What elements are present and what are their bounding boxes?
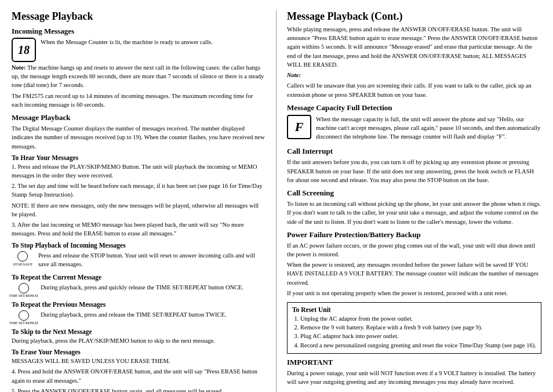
reset-step-1: Unplug the AC adaptor from the power out… [300, 314, 536, 323]
skip-text: During playback, press the PLAY/SKIP/MEM… [12, 336, 265, 345]
interrupt-heading: Call Interrupt [287, 147, 541, 156]
hear-item-2: 2. The set day and time will be heard be… [12, 182, 265, 199]
hear-item-4: 3. After the last incoming or MEMO messa… [12, 220, 265, 238]
note-label: Note: [12, 64, 26, 71]
capacity-f-icon: F [287, 115, 311, 139]
reset-box: To Reset Unit Unplug the AC adaptor from… [287, 302, 541, 354]
reset-step-3: Plug AC adaptor back into power outlet. [300, 332, 536, 340]
erase-step-1: 4. Press and hold the ANSWER ON/OFF/ERAS… [12, 367, 265, 384]
stop-button-icon: STOP/SAVE [12, 251, 34, 266]
screening-text: To listen to an incoming call without pi… [287, 199, 541, 226]
repeat-button-icon: TIME SET/REPEAT [12, 283, 36, 297]
capacity-heading: Message Capacity Full Detection [287, 103, 541, 112]
playback-text: The Digital Message Counter displays the… [12, 124, 265, 151]
repeat-heading: To Repeat the Current Message [12, 274, 265, 281]
playback-heading: Message Playback [12, 113, 265, 122]
incoming-section: 18 When the Message Counter is lit, the … [12, 38, 265, 63]
right-title: Message Playback (Cont.) [287, 10, 541, 23]
erase-heading: To Erase Your Messages [12, 349, 265, 355]
incoming-heading: Incoming Messages [12, 27, 265, 36]
interrupt-text: If the unit answers before you do, you c… [287, 158, 541, 184]
repeat-text: During playback, press and quickly relea… [41, 283, 243, 292]
reset-steps-list: Unplug the AC adaptor from the power out… [292, 314, 536, 350]
right-column: Message Playback (Cont.) While playing m… [276, 10, 541, 392]
right-note-label: Note: [287, 72, 301, 78]
reset-heading: To Reset Unit [292, 306, 536, 313]
stop-text: Press and release the STOP button. Your … [38, 251, 265, 268]
repeat-label: TIME SET/REPEAT [9, 294, 39, 297]
screening-heading: Call Screening [287, 188, 541, 198]
prev-button-icon: TIME SET/REPEAT [12, 310, 36, 325]
repeat-circle [19, 283, 29, 293]
reset-step-2: Remove the 9 volt battery. Replace with … [300, 323, 536, 332]
incoming-text: When the Message Counter is lit, the mac… [12, 38, 265, 46]
stop-section: STOP/SAVE Press and release the STOP but… [12, 251, 265, 270]
skip-heading: To Skip to the Next Message [12, 328, 265, 335]
stop-heading: To Stop Playback of Incoming Messages [12, 242, 265, 249]
power-text-1: If an AC power failure occurs, or the po… [287, 241, 541, 259]
page: Message Playback Incoming Messages 18 Wh… [0, 0, 553, 392]
reset-step-4: Record a new personalized outgoing greet… [300, 341, 536, 350]
right-note-text: Callers will be unaware that you are scr… [287, 81, 541, 99]
note-text: Note: The machine hangs up and resets to… [12, 63, 265, 90]
power-heading: Power Failure Protection/Battery Backup [287, 230, 541, 239]
erase-text: MESSAGES WILL BE SAVED UNLESS YOU ERASE … [12, 357, 265, 365]
erase-step-2: 5. Press the ANSWER ON/OFF/ERASE button … [12, 387, 265, 392]
prev-text: During playback, press and release the T… [41, 310, 226, 319]
left-title: Message Playback [12, 10, 265, 23]
hear-item-1: 1. Press and release the PLAY/SKIP/MEMO … [12, 162, 265, 180]
power-text-3: If your unit is not operating properly w… [287, 289, 541, 297]
prev-section: TIME SET/REPEAT During playback, press a… [12, 310, 265, 325]
important-heading: IMPORTANT [287, 358, 541, 367]
right-note: Note: [287, 71, 541, 79]
cont-text: While playing messages, press and releas… [287, 25, 541, 69]
hear-item-3: NOTE: If there are new messages, only th… [12, 201, 265, 219]
hear-heading: To Hear Your Messages [12, 154, 265, 161]
left-column: Message Playback Incoming Messages 18 Wh… [12, 10, 276, 392]
message-counter-icon: 18 [12, 38, 36, 62]
prev-circle [19, 310, 29, 321]
stop-label: STOP/SAVE [13, 262, 32, 266]
power-text-2: When the power is restored, any messages… [287, 260, 541, 287]
capacity-detail-text: When the message capacity is full, the u… [316, 115, 541, 141]
capacity-text: The FM2575 can record up to 14 minutes o… [12, 92, 265, 109]
important-text: During a power outage, your unit will NO… [287, 369, 541, 386]
capacity-section: F When the message capacity is full, the… [287, 115, 541, 143]
stop-circle [17, 251, 28, 262]
repeat-section: TIME SET/REPEAT During playback, press a… [12, 283, 265, 297]
prev-heading: To Repeat the Previous Messages [12, 301, 265, 308]
prev-label: TIME SET/REPEAT [9, 321, 39, 325]
